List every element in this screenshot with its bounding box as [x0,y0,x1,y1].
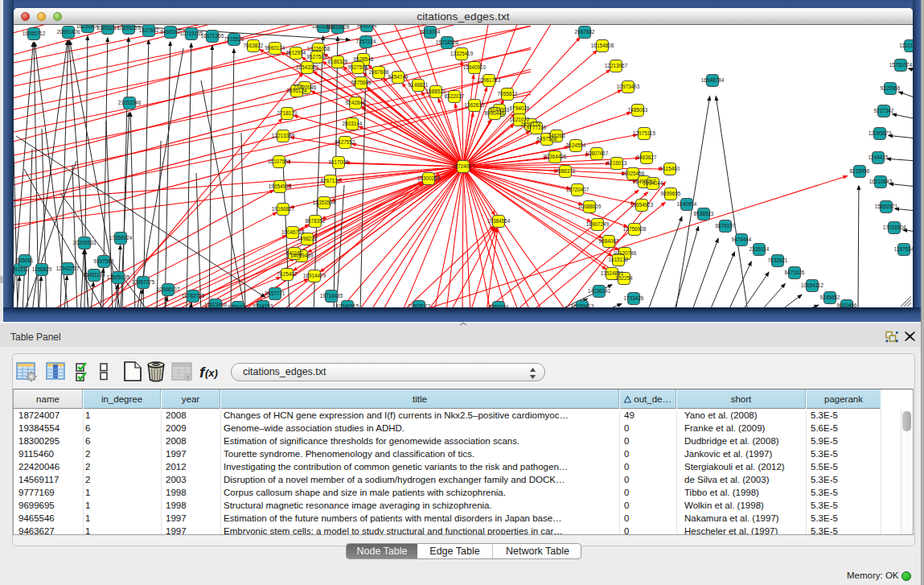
svg-text:7485063: 7485063 [628,107,648,113]
svg-text:10807467: 10807467 [585,150,609,156]
svg-text:8912954: 8912954 [286,50,306,56]
svg-text:16782759: 16782759 [182,293,205,299]
svg-text:17016504: 17016504 [883,225,906,230]
svg-text:9115460: 9115460 [660,166,680,171]
svg-text:1156829: 1156829 [32,266,52,272]
svg-text:12505135: 12505135 [107,274,130,280]
svg-text:16153413: 16153413 [571,303,594,307]
svg-text:19756928: 19756928 [623,226,647,232]
svg-text:10961753: 10961753 [478,77,501,83]
svg-text:19384554: 19384554 [487,218,511,224]
svg-text:10654112: 10654112 [801,282,823,288]
svg-text:19218506: 19218506 [436,39,459,45]
svg-text:9960124: 9960124 [265,45,285,51]
svg-text:19166827: 19166827 [272,206,295,212]
svg-text:14136141: 14136141 [588,288,611,294]
svg-text:1244415: 1244415 [869,154,889,160]
svg-text:15751074: 15751074 [889,62,913,68]
svg-text:9899695: 9899695 [661,191,681,196]
svg-text:935061: 935061 [16,257,34,263]
svg-text:16648784: 16648784 [701,77,725,83]
svg-text:9527508: 9527508 [348,64,368,70]
svg-text:11503027: 11503027 [408,303,430,307]
svg-text:10958107: 10958107 [157,286,180,292]
svg-text:8186328: 8186328 [328,59,348,64]
svg-text:9777169: 9777169 [527,125,547,130]
svg-text:16671355: 16671355 [201,33,224,39]
svg-text:16210643: 16210643 [869,179,893,184]
svg-text:8215956: 8215956 [850,168,870,174]
svg-text:18724007: 18724007 [452,163,475,169]
svg-text:8267130: 8267130 [321,178,341,183]
svg-text:7357224: 7357224 [356,39,376,44]
svg-text:10853287: 10853287 [97,25,120,31]
svg-text:15720407: 15720407 [566,187,589,192]
svg-text:19716485: 19716485 [320,293,343,299]
svg-text:10719155: 10719155 [180,31,203,36]
svg-text:10973493: 10973493 [617,84,640,89]
svg-text:10655267: 10655267 [117,25,141,31]
svg-text:7955812: 7955812 [498,91,518,97]
svg-text:9631254: 9631254 [357,25,377,28]
svg-text:3624554: 3624554 [566,142,586,148]
svg-text:252254: 252254 [615,275,633,281]
svg-text:15692971: 15692971 [875,204,898,209]
svg-text:9117008: 9117008 [329,159,349,165]
svg-text:16033809: 16033809 [326,25,350,30]
svg-text:1167534: 1167534 [894,246,913,252]
svg-text:2335114: 2335114 [749,246,770,252]
svg-text:16914479: 16914479 [303,273,326,278]
svg-text:2718170: 2718170 [277,110,298,116]
svg-text:1640954: 1640954 [677,201,697,207]
svg-text:17359924: 17359924 [109,235,133,241]
svg-text:6879197: 6879197 [716,223,736,229]
svg-text:19654923: 19654923 [630,202,654,208]
svg-text:1964044: 1964044 [643,180,663,186]
svg-text:9242848: 9242848 [346,100,366,105]
svg-text:8454749: 8454749 [388,74,409,80]
svg-text:20691406: 20691406 [57,29,80,35]
svg-text:9474444: 9474444 [732,237,752,242]
svg-text:9463627: 9463627 [637,154,657,160]
svg-text:9750421: 9750421 [228,304,248,307]
svg-text:12975115: 12975115 [633,130,655,136]
svg-text:10240915: 10240915 [336,303,359,307]
svg-text:9329966: 9329966 [881,85,901,91]
svg-text:9527500: 9527500 [307,54,327,60]
svg-text:10046738: 10046738 [281,229,305,235]
svg-text:9227342: 9227342 [874,108,894,113]
svg-text:9528546: 9528546 [354,56,374,62]
svg-text:7632621: 7632621 [768,257,788,263]
svg-text:8990446: 8990446 [485,110,505,116]
svg-text:991511: 991511 [14,266,29,272]
svg-text:6466160: 6466160 [161,29,181,35]
svg-text:9397568: 9397568 [94,258,114,264]
svg-text:9352163: 9352163 [489,304,509,307]
svg-text:140167: 140167 [285,250,303,256]
svg-text:5875685: 5875685 [351,80,372,85]
svg-text:12353594: 12353594 [313,200,336,205]
svg-text:13325419: 13325419 [450,51,474,56]
svg-text:21053346: 21053346 [118,100,142,105]
svg-text:1527602: 1527602 [139,27,159,33]
svg-text:7515526: 7515526 [224,36,244,42]
svg-text:7386372: 7386372 [556,168,576,174]
svg-text:18807249: 18807249 [586,221,610,227]
svg-text:8878352: 8878352 [306,218,326,224]
svg-text:8471626: 8471626 [785,270,805,275]
svg-text:12942757: 12942757 [56,266,80,271]
svg-text:6794028: 6794028 [510,105,530,111]
svg-text:18300295: 18300295 [417,175,441,181]
svg-text:2867608: 2867608 [369,69,389,75]
svg-text:9896124: 9896124 [287,88,307,93]
svg-text:2803144: 2803144 [343,121,363,126]
svg-text:7663822: 7663822 [244,43,264,48]
svg-text:8938923: 8938923 [694,211,714,216]
svg-text:13226058: 13226058 [307,46,331,51]
svg-text:20364436: 20364436 [544,154,567,159]
svg-text:15640910: 15640910 [463,64,487,70]
svg-text:1362615: 1362615 [465,102,485,108]
svg-text:8204153: 8204153 [253,303,273,307]
svg-text:1588520: 1588520 [426,89,446,94]
svg-text:1733426: 1733426 [624,295,644,301]
